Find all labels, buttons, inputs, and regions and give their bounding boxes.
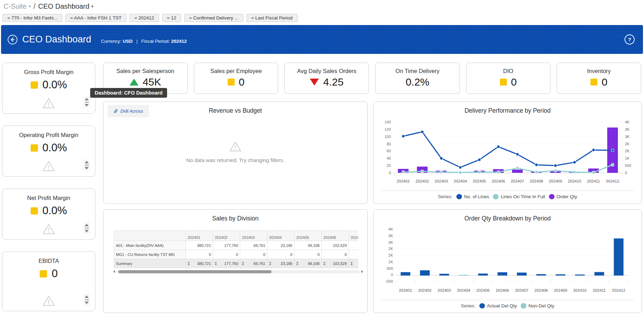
kpi-card[interactable]: Gross Profit Margin0.0% (2, 63, 95, 114)
svg-text:202412: 202412 (606, 179, 619, 183)
sigma-icon: Σ (269, 261, 272, 266)
svg-text:60: 60 (387, 149, 391, 153)
link-icon (113, 109, 118, 113)
kpi-value-row: 0.0% (2, 79, 95, 91)
green-up-indicator (129, 79, 139, 86)
spinner-up-icon[interactable] (85, 98, 89, 100)
kpi-card[interactable]: EBIDTA0 (2, 251, 95, 311)
svg-text:202411: 202411 (593, 288, 606, 292)
spinner-up-icon[interactable] (85, 224, 89, 226)
summary-cell: Σ177,750 (213, 259, 240, 268)
legend-dot (456, 194, 462, 199)
kpi-left-column: Gross Profit Margin0.0%Operating Profit … (2, 63, 95, 312)
kpi-value-row: 0 (466, 76, 550, 88)
sort-spinner[interactable] (83, 159, 91, 172)
sort-spinner[interactable] (83, 222, 91, 235)
legend-item-label: Non-Del Qty (528, 303, 554, 308)
legend-item[interactable]: Non-Del Qty (521, 303, 554, 308)
spinner-down-icon[interactable] (85, 104, 89, 107)
breadcrumb-folder-dropdown[interactable]: C-Suite ▾ (3, 2, 31, 10)
kpi-value-row: 0 (557, 76, 641, 88)
panel-title: Delivery Performance by Period (374, 107, 642, 114)
table-row[interactable]: A01 - Main facility(DIV AAA)380,721177,7… (114, 241, 359, 250)
svg-text:500: 500 (387, 266, 393, 271)
filter-chip[interactable]: = 12 (162, 14, 181, 22)
kpi-card[interactable]: Inventory0 (557, 63, 641, 94)
svg-text:3K: 3K (625, 127, 630, 131)
svg-text:202410: 202410 (573, 288, 587, 292)
sigma-icon: Σ (242, 261, 244, 266)
legend-item[interactable]: No. of Lines (456, 194, 489, 199)
legend-series-label: Series: (461, 303, 476, 308)
spinner-down-icon[interactable] (85, 230, 89, 233)
kpi-card[interactable]: Sales per Employee0 (194, 63, 278, 94)
spinner-down-icon[interactable] (85, 301, 89, 304)
filter-chip[interactable]: = AAA - Infor FSH 1 TST (65, 14, 126, 22)
legend-item-label: No. of Lines (464, 194, 489, 199)
svg-text:202405: 202405 (473, 179, 486, 183)
svg-text:202404: 202404 (457, 288, 471, 292)
scroll-right-icon[interactable] (361, 270, 363, 273)
yellow-square-indicator (500, 79, 507, 86)
panel-title: Sales by Division (103, 215, 367, 222)
legend-item[interactable]: Order Qty (549, 194, 577, 199)
kpi-card[interactable]: On Time Delivery0.2% (375, 63, 460, 94)
kpi-card[interactable]: Avg Daily Sales Orders4.25 (284, 63, 369, 94)
svg-text:0: 0 (391, 273, 393, 277)
filter-chip[interactable]: = 202412 (129, 14, 159, 22)
legend-item[interactable]: Actual Del Qty (479, 303, 517, 308)
spinner-up-icon[interactable] (85, 161, 89, 163)
scrollbar-track[interactable] (116, 270, 360, 273)
spinner-bar (85, 102, 89, 103)
horizontal-scrollbar[interactable] (113, 269, 363, 274)
no-data-message: No data was returned. Try changing filte… (103, 141, 367, 163)
scrollbar-thumb[interactable] (118, 270, 272, 273)
delivery-performance-chart[interactable]: 1404K1203K1003K802K602K401K2050000202401… (378, 118, 637, 185)
legend-item[interactable]: Lines On Time In Full (493, 194, 545, 199)
back-button[interactable] (7, 34, 18, 45)
svg-text:100: 100 (385, 135, 391, 139)
yellow-square-indicator (228, 79, 235, 86)
drill-across-button[interactable]: Drill Across (108, 105, 149, 117)
sort-spinner[interactable] (83, 293, 91, 306)
table-row[interactable]: MG1 - CU Returns facility TST MG0000000 (114, 250, 359, 259)
summary-cell: Σ49,108 (294, 259, 322, 268)
cell: 23,185 (267, 241, 294, 250)
svg-text:3K: 3K (388, 240, 393, 244)
svg-text:202404: 202404 (454, 179, 467, 183)
warning-icon (42, 295, 55, 307)
svg-text:202412: 202412 (612, 288, 625, 292)
kpi-card[interactable]: Operating Profit Margin0.0% (2, 126, 95, 177)
kpi-card[interactable]: Net Profit Margin0.0% (2, 188, 95, 240)
kpi-value: 0.2% (406, 76, 429, 88)
filter-chip[interactable]: = Confirmed Delivery ... (184, 14, 243, 22)
legend-item-label: Actual Del Qty (487, 303, 517, 308)
svg-text:202409: 202409 (554, 288, 567, 292)
svg-text:202402: 202402 (418, 288, 431, 292)
kpi-title: DIO (466, 68, 550, 74)
svg-text:202411: 202411 (587, 179, 600, 183)
order-qty-breakdown-chart[interactable]: 4K3K3K2K2K1K5000-50020240120240220240320… (378, 226, 637, 294)
corner-cell (114, 231, 186, 241)
filter-chip[interactable]: = 770 - Infor M3 Fashi... (2, 14, 62, 22)
summary-cell: Σ380,721 (186, 259, 213, 268)
kpi-title: Sales per Salesperson (103, 68, 187, 74)
warning-icon (42, 160, 55, 172)
help-icon[interactable]: ? (625, 34, 635, 45)
kpi-value: 0 (602, 76, 607, 88)
kpi-title: Inventory (557, 68, 641, 74)
scroll-left-icon[interactable] (113, 270, 115, 273)
kpi-value: 0 (511, 76, 517, 88)
column-header: 202402 (213, 231, 240, 241)
kpi-value-row: 0.0% (2, 142, 95, 154)
spinner-up-icon[interactable] (85, 295, 89, 298)
kpi-card[interactable]: DIO0 (466, 63, 551, 94)
chart-legend: Series:Actual Del QtyNon-Del Qty (381, 300, 634, 308)
spinner-down-icon[interactable] (85, 167, 89, 170)
sales-table-viewport: 2024012024022024032024042024052024062024… (114, 231, 358, 268)
filter-chip[interactable]: = Last Fiscal Period (246, 14, 298, 22)
sort-spinner[interactable] (83, 96, 91, 109)
svg-text:202410: 202410 (568, 179, 581, 183)
kpi-title: Gross Profit Margin (2, 69, 95, 75)
breadcrumb-page-dropdown[interactable]: CEO Dashboard ▾ (38, 2, 93, 10)
